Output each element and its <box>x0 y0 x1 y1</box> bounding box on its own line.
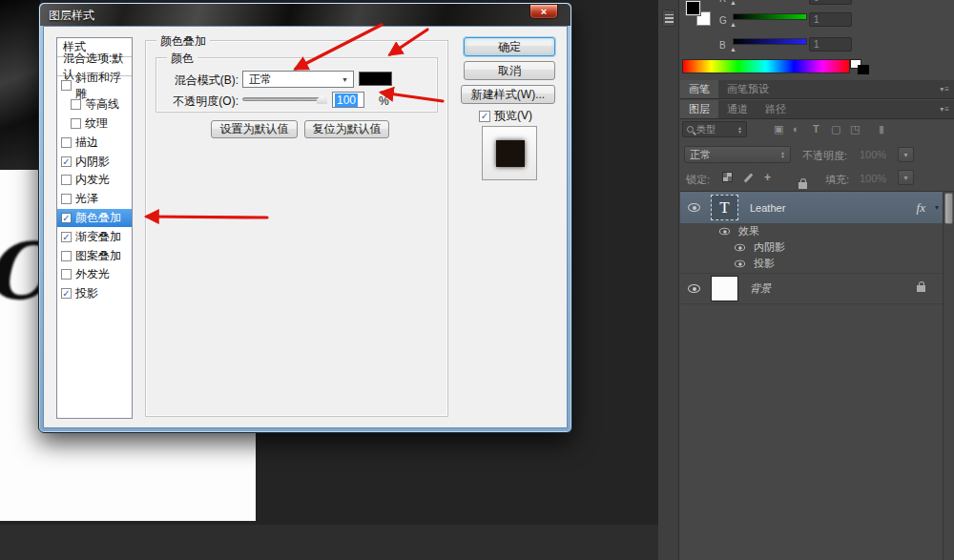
visibility-eye-icon[interactable] <box>688 203 700 212</box>
style-checkbox[interactable]: ✓ <box>61 213 72 223</box>
effects-row[interactable]: 效果 <box>680 223 943 239</box>
filter-kind-select[interactable]: 类型 ▲▼ <box>682 121 747 137</box>
channel-slider-b[interactable] <box>733 38 807 45</box>
style-checkbox[interactable]: ✓ <box>61 156 72 167</box>
spectrum-ramp[interactable] <box>682 59 850 73</box>
filter-adjustment-icon[interactable]: ◐ <box>793 122 799 135</box>
opacity-dropdown-button[interactable]: ▼ <box>898 147 914 162</box>
layer-row-leather[interactable]: T Leather fx ▾ <box>680 192 943 223</box>
visibility-eye-icon[interactable] <box>719 228 730 236</box>
style-item-6[interactable]: 光泽 <box>57 190 132 209</box>
dialog-titlebar[interactable]: 图层样式 <box>40 4 570 26</box>
filter-toggle-icon[interactable]: ▮ <box>879 122 884 135</box>
new-style-button[interactable]: 新建样式(W)... <box>461 85 555 104</box>
layer-filter-row: 类型 ▲▼ ▣ ◐ T ▢ ◳ ▮ <box>680 119 954 140</box>
blend-mode-label: 混合模式(B): <box>156 73 238 89</box>
filter-pixel-icon[interactable]: ▣ <box>774 122 783 135</box>
preview-checkbox[interactable]: ✓ <box>479 111 490 122</box>
style-item-3[interactable]: 描边 <box>57 133 132 152</box>
style-checkbox[interactable]: ✓ <box>61 288 72 299</box>
style-checkbox[interactable]: ✓ <box>61 232 72 242</box>
style-item-10[interactable]: 外发光 <box>57 265 132 284</box>
layer-opacity-value[interactable]: 100% <box>860 149 886 160</box>
visibility-eye-icon[interactable] <box>688 284 700 293</box>
filter-type-icon[interactable]: T <box>813 122 819 135</box>
style-item-11[interactable]: ✓投影 <box>57 284 132 303</box>
tab-layers-0[interactable]: 图层 <box>680 100 718 118</box>
blend-mode-select[interactable]: 正常 ▼ <box>242 71 354 88</box>
layer-name[interactable]: 背景 <box>750 281 771 296</box>
brush-tabs: 画笔画笔预设 <box>680 80 778 98</box>
style-checkbox[interactable] <box>61 194 72 204</box>
lock-all-icon[interactable] <box>798 182 807 189</box>
text-layer-thumbnail[interactable]: T <box>711 195 738 220</box>
style-item-9[interactable]: 图案叠加 <box>57 246 132 265</box>
layer-style-dialog: 图层样式 × 样式 混合选项:默认 斜面和浮雕等高线纹理描边✓内阴影内发光光泽✓… <box>38 2 572 433</box>
lock-paint-icon[interactable] <box>743 173 755 184</box>
foreground-color-swatch[interactable] <box>686 1 700 15</box>
preview-control[interactable]: ✓ 预览(V) <box>479 108 532 124</box>
style-checkbox[interactable] <box>61 137 72 148</box>
tab-brush-0[interactable]: 画笔 <box>680 80 718 98</box>
ramp-black-swatch[interactable] <box>858 65 869 74</box>
opacity-input[interactable]: 100 <box>332 92 364 108</box>
overlay-color-swatch[interactable] <box>359 72 392 86</box>
opacity-slider-track[interactable] <box>242 97 326 101</box>
close-icon[interactable]: × <box>529 4 558 19</box>
style-item-label: 内阴影 <box>75 154 110 170</box>
effect-row-0[interactable]: 内阴影 <box>680 239 943 256</box>
layer-name[interactable]: Leather <box>750 202 785 214</box>
panel-menu-icon[interactable]: ▾≡ <box>940 105 950 114</box>
filter-smartobject-icon[interactable]: ◳ <box>850 122 860 135</box>
lock-transparency-icon[interactable] <box>722 172 733 182</box>
channel-slider-g[interactable] <box>733 13 807 20</box>
style-item-8[interactable]: ✓渐变叠加 <box>57 227 132 246</box>
channel-label-b: B <box>719 40 726 51</box>
style-item-4[interactable]: ✓内阴影 <box>57 152 132 171</box>
channel-value-b[interactable]: 1 <box>809 37 852 52</box>
visibility-eye-icon[interactable] <box>735 244 745 252</box>
lock-move-icon[interactable]: + <box>764 172 771 183</box>
style-checkbox[interactable] <box>71 99 81 110</box>
style-item-7[interactable]: ✓颜色叠加 <box>57 209 132 228</box>
brush-tabbar: 画笔画笔预设 ▾≡ <box>680 80 954 99</box>
scrollbar-thumb[interactable] <box>944 193 953 224</box>
panel-menu-icon[interactable]: ▾≡ <box>940 85 950 93</box>
tab-layers-2[interactable]: 路径 <box>757 100 795 118</box>
channel-thumb-b[interactable]: ▲ <box>730 46 736 52</box>
ok-button[interactable]: 确定 <box>464 37 555 56</box>
style-item-label: 颜色叠加 <box>75 210 121 226</box>
fx-badge-icon[interactable]: fx <box>917 200 925 216</box>
style-checkbox[interactable] <box>61 80 72 91</box>
background-thumbnail[interactable] <box>711 276 738 301</box>
collapsed-panel-icon[interactable] <box>662 10 675 27</box>
channel-thumb-g[interactable]: ▲ <box>730 21 736 28</box>
fill-dropdown-button[interactable]: ▼ <box>898 170 914 185</box>
style-checkbox[interactable] <box>61 269 72 280</box>
reset-default-button[interactable]: 复位为默认值 <box>304 120 389 138</box>
style-checkbox[interactable] <box>71 118 81 129</box>
set-default-button[interactable]: 设置为默认值 <box>211 120 298 138</box>
tab-layers-1[interactable]: 通道 <box>718 100 757 118</box>
search-icon <box>687 126 694 133</box>
effect-row-1[interactable]: 投影 <box>680 256 943 272</box>
fill-value[interactable]: 100% <box>860 173 886 184</box>
layer-blend-select[interactable]: 正常 ▲▼ <box>684 146 791 163</box>
layer-row-background[interactable]: 背景 <box>680 273 943 304</box>
style-item-2[interactable]: 纹理 <box>57 114 132 134</box>
filter-kind-label: 类型 <box>696 123 716 136</box>
filter-shape-icon[interactable]: ▢ <box>831 122 840 135</box>
right-panel-column: R ▲ 0G ▲ 1B ▲ 1 画笔画笔预设 ▾≡ 图层通道路径 ▾≡ <box>658 0 954 560</box>
style-item-5[interactable]: 内发光 <box>57 171 132 190</box>
tab-brush-1[interactable]: 画笔预设 <box>718 80 778 98</box>
visibility-eye-icon[interactable] <box>735 260 745 268</box>
channel-value-r[interactable]: 0 <box>809 0 852 5</box>
channel-value-g[interactable]: 1 <box>809 12 852 27</box>
cancel-button[interactable]: 取消 <box>464 61 555 80</box>
style-checkbox[interactable] <box>61 175 72 185</box>
style-list-items: 斜面和浮雕等高线纹理描边✓内阴影内发光光泽✓颜色叠加✓渐变叠加图案叠加外发光✓投… <box>57 76 132 303</box>
collapse-effects-icon[interactable]: ▾ <box>935 203 939 212</box>
style-checkbox[interactable] <box>61 251 72 261</box>
channel-thumb-r[interactable]: ▲ <box>730 0 736 6</box>
layers-scrollbar[interactable] <box>943 192 954 560</box>
